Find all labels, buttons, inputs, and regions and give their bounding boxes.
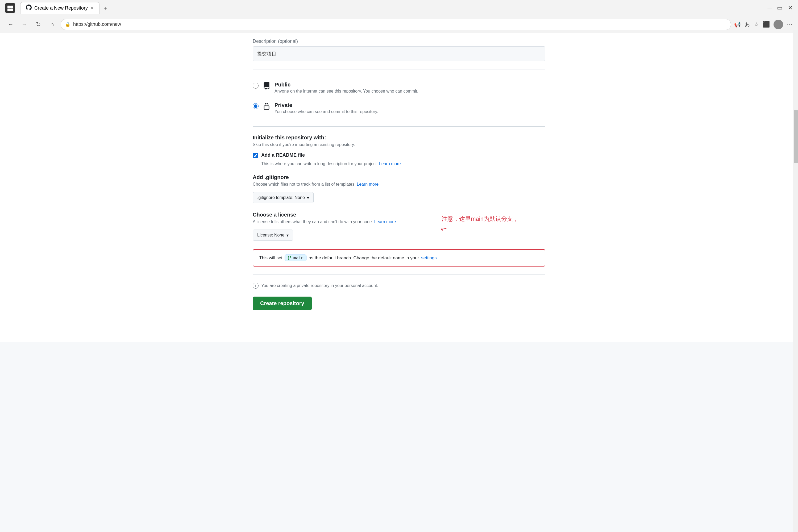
description-section: Description (optional) — [253, 39, 545, 61]
branch-notice-prefix: This will set — [259, 255, 283, 261]
branch-settings-link[interactable]: settings. — [421, 255, 438, 261]
branch-notice-container: This will set main as the default branch… — [253, 249, 545, 267]
divider-2 — [253, 126, 545, 127]
personal-notice: i You are creating a private repository … — [253, 283, 545, 289]
info-icon: i — [253, 283, 259, 289]
public-content: Public Anyone on the internet can see th… — [274, 82, 545, 94]
tab-close-button[interactable]: ✕ — [91, 5, 94, 11]
create-repository-button[interactable]: Create repository — [253, 297, 312, 310]
nav-actions: 📢 あ ☆ ⬛ ⋯ — [734, 20, 793, 29]
description-input[interactable] — [253, 46, 545, 61]
browser-chrome: Create a New Repository ✕ ＋ ─ ▭ ✕ ← → ↻ … — [0, 0, 798, 33]
close-button[interactable]: ✕ — [788, 4, 793, 12]
license-select[interactable]: License: None ▾ — [253, 230, 293, 241]
minimize-button[interactable]: ─ — [767, 4, 772, 12]
readme-row: Add a README file — [253, 152, 545, 158]
gitignore-learn-more[interactable]: Learn more. — [357, 182, 380, 187]
private-option: Private You choose who can see and commi… — [253, 98, 545, 118]
new-tab-button[interactable]: ＋ — [100, 3, 110, 13]
forward-button[interactable]: → — [19, 19, 30, 30]
private-repo-icon — [263, 103, 270, 112]
branch-notice-suffix: as the default branch. Change the defaul… — [308, 255, 419, 261]
gitignore-select-row: .gitignore template: None ▾ — [253, 192, 545, 203]
scrollbar-track — [793, 30, 798, 532]
svg-rect-1 — [11, 5, 13, 8]
url-text: https://github.com/new — [73, 22, 121, 27]
tab-favicon — [26, 4, 32, 12]
title-bar: Create a New Repository ✕ ＋ ─ ▭ ✕ — [0, 0, 798, 16]
refresh-button[interactable]: ↻ — [33, 19, 44, 30]
page-content: Description (optional) Public Anyone on … — [0, 33, 798, 342]
read-aloud-icon[interactable]: 📢 — [734, 21, 741, 28]
gitignore-section: Add .gitignore Choose which files not to… — [253, 174, 545, 203]
private-title: Private — [274, 102, 545, 108]
divider-1 — [253, 69, 545, 70]
nav-bar: ← → ↻ ⌂ 🔒 https://github.com/new 📢 あ ☆ ⬛… — [0, 16, 798, 33]
immersive-reader-icon[interactable]: あ — [744, 21, 750, 28]
gitignore-desc: Choose which files not to track from a l… — [253, 182, 545, 187]
initialize-section: Initialize this repository with: Skip th… — [253, 135, 545, 166]
branch-notice: This will set main as the default branch… — [253, 249, 545, 267]
svg-rect-3 — [11, 8, 13, 11]
private-desc: You choose who can see and commit to thi… — [274, 109, 545, 114]
form-container: Description (optional) Public Anyone on … — [253, 33, 545, 342]
gitignore-select[interactable]: .gitignore template: None ▾ — [253, 192, 314, 203]
initialize-title: Initialize this repository with: — [253, 135, 545, 141]
tab-title: Create a New Repository — [34, 5, 88, 11]
svg-rect-2 — [7, 8, 10, 11]
public-option: Public Anyone on the internet can see th… — [253, 77, 545, 98]
license-select-row: License: None ▾ 注意，这里main为默认分支， ↙ — [253, 230, 545, 241]
annotation-arrow: ↙ — [439, 223, 449, 234]
scrollbar-thumb[interactable] — [794, 110, 798, 163]
private-content: Private You choose who can see and commi… — [274, 102, 545, 114]
home-button[interactable]: ⌂ — [47, 19, 57, 30]
readme-learn-more[interactable]: Learn more. — [379, 162, 402, 166]
license-learn-more[interactable]: Learn more. — [374, 220, 397, 224]
public-repo-icon — [263, 82, 270, 92]
lock-icon: 🔒 — [65, 22, 71, 27]
description-label: Description (optional) — [253, 39, 545, 44]
readme-desc: This is where you can write a long descr… — [261, 162, 545, 166]
active-tab[interactable]: Create a New Repository ✕ — [20, 2, 99, 14]
license-section: Choose a license A license tells others … — [253, 212, 545, 241]
public-desc: Anyone on the internet can see this repo… — [274, 89, 545, 94]
maximize-button[interactable]: ▭ — [777, 4, 783, 12]
readme-label-area: Add a README file — [261, 152, 305, 158]
public-radio[interactable] — [253, 83, 259, 89]
divider-3 — [253, 274, 545, 275]
window-icon — [5, 3, 15, 13]
favorites-icon[interactable]: ☆ — [754, 21, 759, 28]
gitignore-title: Add .gitignore — [253, 174, 545, 180]
collections-icon[interactable]: ⬛ — [763, 21, 770, 28]
settings-icon[interactable]: ⋯ — [787, 21, 793, 28]
personal-notice-text: You are creating a private repository in… — [261, 283, 378, 288]
private-radio[interactable] — [253, 103, 259, 109]
initialize-subtitle: Skip this step if you're importing an ex… — [253, 142, 545, 147]
window-controls: ─ ▭ ✕ — [767, 4, 793, 12]
svg-rect-0 — [7, 5, 10, 8]
readme-checkbox[interactable] — [253, 153, 258, 158]
branch-name: main — [293, 255, 304, 261]
tab-bar: Create a New Repository ✕ ＋ — [18, 1, 765, 15]
branch-badge: main — [285, 254, 307, 261]
profile-icon[interactable] — [774, 20, 783, 29]
annotation-text: 注意，这里main为默认分支， — [441, 215, 519, 223]
readme-label: Add a README file — [261, 152, 305, 158]
public-title: Public — [274, 82, 545, 88]
chevron-down-icon-license: ▾ — [286, 233, 289, 238]
back-button[interactable]: ← — [5, 19, 16, 30]
chevron-down-icon: ▾ — [307, 195, 309, 200]
address-bar[interactable]: 🔒 https://github.com/new — [61, 19, 731, 30]
